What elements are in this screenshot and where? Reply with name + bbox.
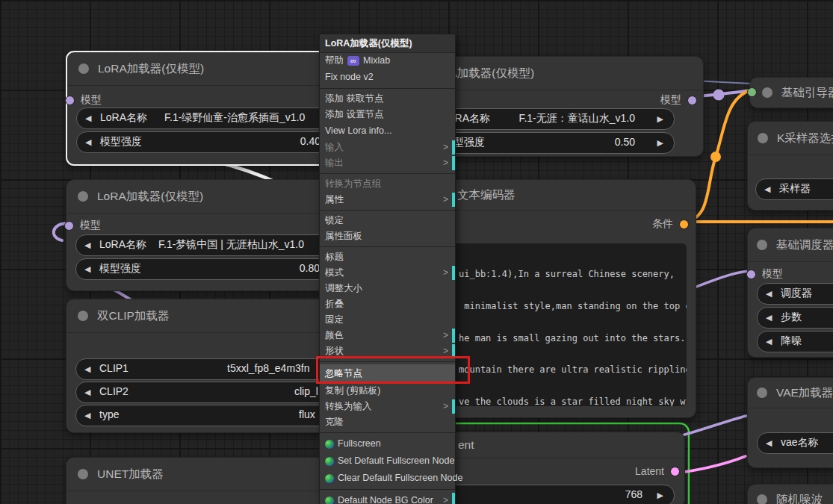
stepper-left-icon[interactable]: ◀ xyxy=(764,184,770,194)
stepper-left-icon[interactable]: ◀ xyxy=(85,113,91,123)
lora-name-widget[interactable]: ◀ LoRA名称 F.1-无涯：童话山水_v1.0 ▶ xyxy=(419,108,675,130)
guider-input-dot[interactable] xyxy=(747,87,757,97)
node-lora-loader-2[interactable]: LoRA加载器(仅模型) 模型 ◀ LoRA名称 F.1-梦镜中国 | 无涯枯山… xyxy=(66,179,341,291)
lora-name-widget[interactable]: ◀ LoRA名称 F.1-梦镜中国 | 无涯枯山水_v1.0 xyxy=(75,234,335,256)
stepper-right-icon[interactable]: ▶ xyxy=(657,114,663,124)
menu-item-convert-to-input[interactable]: 转换为输入 > xyxy=(320,399,455,414)
stepper-right-icon[interactable]: ▶ xyxy=(657,491,663,500)
model-input-dot[interactable] xyxy=(746,270,756,279)
menu-item-shape[interactable]: 形状 > xyxy=(320,343,455,359)
menu-item-bypass-node[interactable]: 忽略节点 xyxy=(320,364,455,383)
menu-item-fix-node-v2[interactable]: Fix node v2 xyxy=(320,69,455,86)
node-title-bar[interactable]: LoRA加载器(仅模型) xyxy=(67,52,341,86)
model-reroute-dot[interactable] xyxy=(713,90,725,101)
menu-item-resize[interactable]: 调整大小 xyxy=(320,281,455,296)
menu-item-set-default-fullscreen-node[interactable]: Set Default Fullscreen Node xyxy=(320,452,455,470)
menu-item-clone[interactable]: 克隆 xyxy=(320,414,455,430)
model-output-dot[interactable] xyxy=(687,96,697,105)
node-basic-scheduler[interactable]: 基础调度器 模型 ◀ 调度器 ◀ 步数 ◀ 降噪 xyxy=(747,228,833,358)
stepper-left-icon[interactable]: ◀ xyxy=(766,337,772,346)
denoise-widget[interactable]: ◀ 降噪 xyxy=(757,331,833,352)
collapse-dot-icon[interactable] xyxy=(78,469,88,479)
collapse-dot-icon[interactable] xyxy=(78,63,89,74)
latent-size-widget[interactable]: 768 ▶ xyxy=(419,485,675,504)
collapse-dot-icon[interactable] xyxy=(78,191,88,202)
node-unet-loader[interactable]: UNET加载器 xyxy=(66,457,341,504)
collapse-dot-icon[interactable] xyxy=(757,240,767,250)
stepper-left-icon[interactable]: ◀ xyxy=(84,264,90,274)
collapse-dot-icon[interactable] xyxy=(758,133,768,143)
collapse-dot-icon[interactable] xyxy=(757,388,767,398)
latent-output-slot[interactable]: Latent xyxy=(635,465,680,477)
prompt-textarea[interactable]: ui_bb:1.4),In a surreal Chinese scenery,… xyxy=(419,243,687,406)
node-title-bar[interactable]: UNET加载器 xyxy=(66,458,341,491)
model-input-slot[interactable]: 模型 xyxy=(746,267,783,281)
menu-item-convert-to-group[interactable]: 转换为节点组 xyxy=(320,176,455,192)
node-title-bar[interactable]: 双CLIP加载器 xyxy=(66,299,341,333)
model-input-dot[interactable] xyxy=(64,221,74,231)
stepper-left-icon[interactable]: ◀ xyxy=(84,411,90,420)
menu-item-inputs[interactable]: 输入 > xyxy=(320,140,455,155)
node-title-bar[interactable]: LoRA加载器(仅模型) xyxy=(66,180,341,214)
node-lora-loader-1[interactable]: LoRA加载器(仅模型) 模型 ◀ LoRA名称 F.1-绿野仙童-治愈系插画_… xyxy=(66,51,343,166)
stepper-left-icon[interactable]: ◀ xyxy=(766,313,772,323)
node-vae-loader[interactable]: VAE加载器 ◀ vae名称 xyxy=(747,377,833,468)
latent-output-dot[interactable] xyxy=(670,467,680,476)
stepper-left-icon[interactable]: ◀ xyxy=(766,438,772,448)
menu-item-title[interactable]: 标题 xyxy=(320,249,455,265)
model-input-dot[interactable] xyxy=(65,96,75,105)
node-title-bar[interactable]: VAE加载器 xyxy=(748,378,833,408)
menu-item-properties[interactable]: 属性 > xyxy=(320,192,455,208)
conditioning-reroute-dot[interactable] xyxy=(710,152,721,162)
menu-item-help-mixlab[interactable]: 帮助 ∞ Mixlab xyxy=(320,53,455,69)
menu-item-fullscreen[interactable]: Fullscreen xyxy=(320,435,455,452)
menu-item-copy-clipboard[interactable]: 复制 (剪贴板) xyxy=(320,383,455,399)
vae-name-widget[interactable]: ◀ vae名称 xyxy=(757,432,833,454)
model-output-slot[interactable]: 模型 xyxy=(660,93,697,107)
steps-widget[interactable]: ◀ 步数 xyxy=(757,307,833,329)
model-input-slot[interactable]: 模型 xyxy=(65,93,102,107)
node-dual-clip-loader[interactable]: 双CLIP加载器 ◀ CLIP1 t5xxl_fp8_e4m3fn ◀ CLIP… xyxy=(66,299,341,433)
node-basic-guider[interactable]: 基础引导器 xyxy=(749,77,833,108)
menu-item-view-lora-info[interactable]: View Lora info... xyxy=(320,122,455,140)
menu-item-pin[interactable]: 固定 xyxy=(320,312,455,328)
collapse-dot-icon[interactable] xyxy=(762,87,772,98)
model-input-slot[interactable]: 模型 xyxy=(64,219,101,232)
menu-item-properties-panel[interactable]: 属性面板 xyxy=(320,228,455,244)
model-strength-widget[interactable]: ◀ 模型强度 0.40 xyxy=(76,131,336,153)
stepper-left-icon[interactable]: ◀ xyxy=(766,289,772,299)
collapse-dot-icon[interactable] xyxy=(78,311,88,321)
menu-item-default-node-bg-color[interactable]: Default Node BG Color > xyxy=(320,492,455,504)
conditioning-output-dot[interactable] xyxy=(679,220,689,229)
node-title-bar[interactable]: K采样器选择 xyxy=(748,122,833,155)
clip2-widget[interactable]: ◀ CLIP2 clip_l xyxy=(75,382,335,403)
node-ksampler-select[interactable]: K采样器选择 ◀ 采样器 xyxy=(747,121,833,211)
stepper-left-icon[interactable]: ◀ xyxy=(84,364,90,374)
menu-item-collapse[interactable]: 折叠 xyxy=(320,296,455,312)
type-widget[interactable]: ◀ type flux xyxy=(75,405,335,426)
menu-item-add-get-node[interactable]: 添加 获取节点 xyxy=(320,91,455,107)
node-graph-canvas[interactable]: LoRA加载器(仅模型) 模型 ◀ LoRA名称 F.1-绿野仙童-治愈系插画_… xyxy=(0,0,833,504)
stepper-right-icon[interactable]: ▶ xyxy=(657,138,663,148)
stepper-left-icon[interactable]: ◀ xyxy=(85,137,91,147)
menu-item-lock[interactable]: 锁定 xyxy=(320,213,455,228)
menu-item-color[interactable]: 颜色 > xyxy=(320,328,455,343)
menu-item-clear-default-fullscreen-node[interactable]: Clear Default Fullscreen Node xyxy=(320,470,455,487)
lora-name-widget[interactable]: ◀ LoRA名称 F.1-绿野仙童-治愈系插画_v1.0 xyxy=(76,108,336,129)
collapse-dot-icon[interactable] xyxy=(757,494,767,504)
model-strength-widget[interactable]: ◀ 模型强度 0.50 ▶ xyxy=(419,132,675,154)
model-strength-widget[interactable]: ◀ 模型强度 0.80 xyxy=(75,258,335,280)
node-title-bar[interactable]: 基础引导器 xyxy=(750,78,833,108)
sampler-widget[interactable]: ◀ 采样器 xyxy=(755,178,833,200)
stepper-left-icon[interactable]: ◀ xyxy=(84,240,90,250)
menu-item-mode[interactable]: 模式 > xyxy=(320,265,455,281)
node-title-bar[interactable]: 随机噪波 xyxy=(748,485,833,504)
stepper-left-icon[interactable]: ◀ xyxy=(84,388,90,397)
node-title-bar[interactable]: 基础调度器 xyxy=(748,228,833,262)
menu-item-add-set-node[interactable]: 添加 设置节点 xyxy=(320,107,455,122)
node-random-noise[interactable]: 随机噪波 xyxy=(747,484,833,504)
menu-item-outputs[interactable]: 输出 > xyxy=(320,155,455,171)
clip1-widget[interactable]: ◀ CLIP1 t5xxl_fp8_e4m3fn xyxy=(75,358,335,380)
conditioning-output-slot[interactable]: 条件 xyxy=(652,217,689,231)
scheduler-widget[interactable]: ◀ 调度器 xyxy=(757,283,833,305)
